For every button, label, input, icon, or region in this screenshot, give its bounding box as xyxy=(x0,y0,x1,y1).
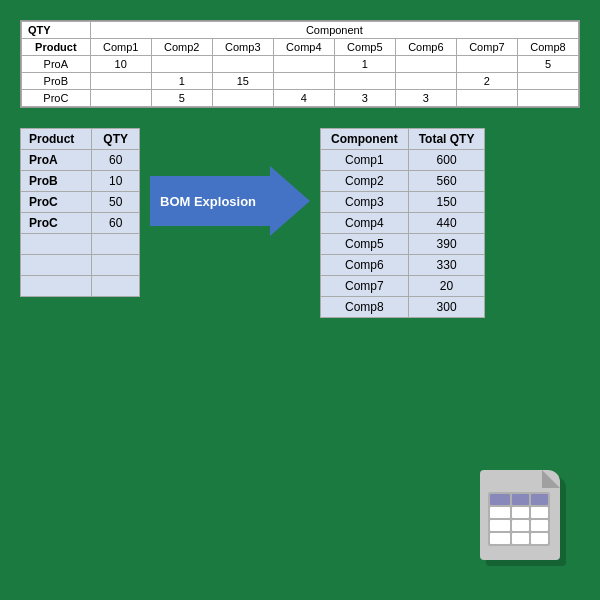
left-row-empty1 xyxy=(21,234,140,255)
arrow-head xyxy=(270,166,310,236)
right-row-comp4: Comp4 440 xyxy=(321,213,485,234)
icon-cell xyxy=(490,533,510,544)
top-cell xyxy=(90,90,151,107)
right-row-comp7: Comp7 20 xyxy=(321,276,485,297)
top-bom-table: QTY Component Product Comp1 Comp2 Comp3 … xyxy=(20,20,580,108)
icon-cell xyxy=(490,520,510,531)
icon-cell xyxy=(512,533,529,544)
right-cell-comp: Comp5 xyxy=(321,234,409,255)
arrow-body: BOM Explosion xyxy=(150,176,270,226)
bom-explosion-area: BOM Explosion xyxy=(140,128,320,246)
icon-cell xyxy=(531,494,548,505)
col-comp4: Comp4 xyxy=(273,39,334,56)
top-cell xyxy=(456,56,517,73)
top-cell xyxy=(90,73,151,90)
right-cell-qty: 560 xyxy=(408,171,485,192)
left-cell-qty: 60 xyxy=(92,213,140,234)
top-cell: 1 xyxy=(151,73,212,90)
left-cell-product: ProC xyxy=(21,192,92,213)
top-cell xyxy=(395,73,456,90)
top-cell: 3 xyxy=(334,90,395,107)
left-cell-qty: 60 xyxy=(92,150,140,171)
right-row-comp8: Comp8 300 xyxy=(321,297,485,318)
arrow-label: BOM Explosion xyxy=(160,194,256,209)
right-row-comp2: Comp2 560 xyxy=(321,171,485,192)
right-cell-qty: 600 xyxy=(408,150,485,171)
left-row-empty2 xyxy=(21,255,140,276)
right-cell-qty: 150 xyxy=(408,192,485,213)
bottom-section: Product QTY ProA 60 ProB 10 ProC 50 ProC… xyxy=(20,128,580,318)
icon-paper-shape xyxy=(480,470,560,560)
icon-cell xyxy=(490,494,510,505)
component-label: Component xyxy=(90,22,578,39)
top-cell: ProA xyxy=(22,56,91,73)
col-comp2: Comp2 xyxy=(151,39,212,56)
right-cell-comp: Comp2 xyxy=(321,171,409,192)
icon-cell xyxy=(512,520,529,531)
col-comp3: Comp3 xyxy=(212,39,273,56)
right-cell-comp: Comp4 xyxy=(321,213,409,234)
left-row-proc1: ProC 50 xyxy=(21,192,140,213)
right-cell-qty: 330 xyxy=(408,255,485,276)
left-row-proc2: ProC 60 xyxy=(21,213,140,234)
left-qty-header: QTY xyxy=(92,129,140,150)
left-product-header: Product xyxy=(21,129,92,150)
col-comp7: Comp7 xyxy=(456,39,517,56)
top-cell xyxy=(273,73,334,90)
top-cell xyxy=(517,90,578,107)
col-comp5: Comp5 xyxy=(334,39,395,56)
right-component-header: Component xyxy=(321,129,409,150)
right-result-table: Component Total QTY Comp1 600 Comp2 560 … xyxy=(320,128,485,318)
right-row-comp3: Comp3 150 xyxy=(321,192,485,213)
left-cell-qty: 50 xyxy=(92,192,140,213)
right-cell-comp: Comp7 xyxy=(321,276,409,297)
top-cell xyxy=(517,73,578,90)
arrow-container: BOM Explosion xyxy=(145,156,315,246)
icon-cell xyxy=(512,494,529,505)
top-cell: 2 xyxy=(456,73,517,90)
right-cell-qty: 440 xyxy=(408,213,485,234)
left-cell-empty xyxy=(21,276,92,297)
top-cell xyxy=(456,90,517,107)
right-cell-comp: Comp8 xyxy=(321,297,409,318)
icon-grid xyxy=(488,492,550,546)
col-comp1: Comp1 xyxy=(90,39,151,56)
right-cell-comp: Comp1 xyxy=(321,150,409,171)
right-cell-comp: Comp3 xyxy=(321,192,409,213)
left-cell-product: ProC xyxy=(21,213,92,234)
right-cell-qty: 390 xyxy=(408,234,485,255)
icon-cell xyxy=(512,507,529,518)
left-cell-product: ProA xyxy=(21,150,92,171)
top-cell xyxy=(395,56,456,73)
left-cell-empty xyxy=(92,276,140,297)
right-totalqty-header: Total QTY xyxy=(408,129,485,150)
top-cell: 15 xyxy=(212,73,273,90)
right-row-comp5: Comp5 390 xyxy=(321,234,485,255)
col-comp8: Comp8 xyxy=(517,39,578,56)
top-cell: 10 xyxy=(90,56,151,73)
top-cell xyxy=(273,56,334,73)
left-row-prob: ProB 10 xyxy=(21,171,140,192)
col-product: Product xyxy=(22,39,91,56)
top-cell: ProC xyxy=(22,90,91,107)
left-demand-table: Product QTY ProA 60 ProB 10 ProC 50 ProC… xyxy=(20,128,140,297)
top-row-proa: ProA 10 1 5 xyxy=(22,56,579,73)
spreadsheet-icon xyxy=(480,470,570,570)
left-cell-empty xyxy=(21,234,92,255)
right-row-comp1: Comp1 600 xyxy=(321,150,485,171)
arrow-shape: BOM Explosion xyxy=(150,166,310,236)
right-cell-comp: Comp6 xyxy=(321,255,409,276)
right-cell-qty: 300 xyxy=(408,297,485,318)
left-header-row: Product QTY xyxy=(21,129,140,150)
right-cell-qty: 20 xyxy=(408,276,485,297)
top-cell: ProB xyxy=(22,73,91,90)
top-cell xyxy=(212,90,273,107)
top-cell: 4 xyxy=(273,90,334,107)
left-cell-product: ProB xyxy=(21,171,92,192)
top-cell xyxy=(151,56,212,73)
icon-cell xyxy=(531,533,548,544)
left-row-proa: ProA 60 xyxy=(21,150,140,171)
left-cell-empty xyxy=(92,234,140,255)
icon-cell xyxy=(531,507,548,518)
right-header-row: Component Total QTY xyxy=(321,129,485,150)
